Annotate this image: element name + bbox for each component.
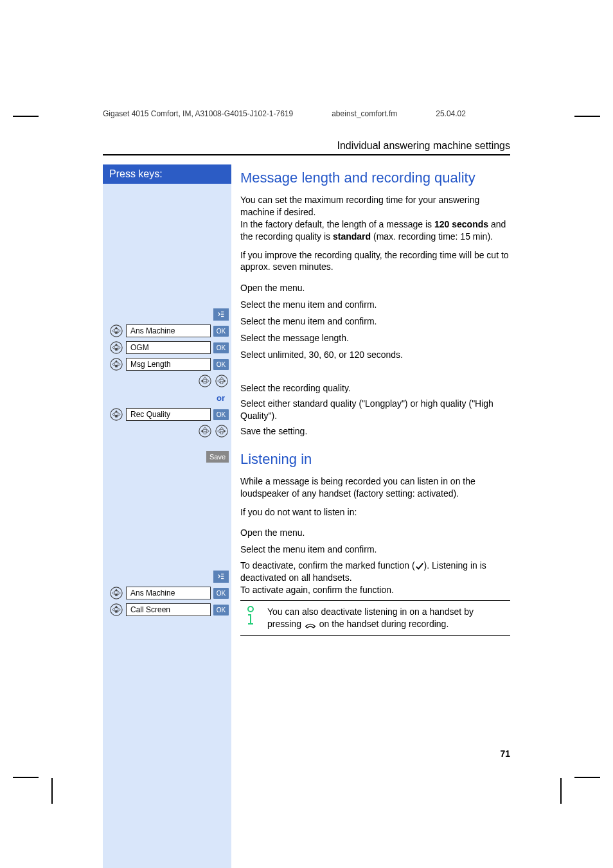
step-ans-machine-2: Ans Machine OK — [103, 585, 231, 601]
svg-rect-14 — [115, 415, 118, 418]
nav-right-icon — [215, 424, 229, 438]
text: You can set the maximum recording time f… — [240, 195, 479, 217]
step-desc: Select the recording quality. — [240, 380, 510, 396]
step-open-menu — [103, 306, 231, 323]
ok-button: OK — [213, 588, 229, 599]
step-open-menu-2 — [103, 568, 231, 585]
section-title: Individual answering machine settings — [103, 140, 510, 155]
step-desc: To deactivate, confirm the marked functi… — [240, 558, 510, 597]
ok-button: OK — [213, 342, 229, 353]
ok-button: OK — [213, 409, 229, 420]
or-label: or — [217, 393, 225, 403]
press-keys-header: Press keys: — [103, 164, 231, 184]
step-msg-length: Msg Length OK — [103, 356, 231, 373]
step-desc: Select the menu item and confirm. — [240, 296, 510, 313]
step-desc: Open the menu. — [240, 525, 510, 542]
section-heading: Message length and recording quality — [240, 170, 510, 186]
step-desc: Save the setting. — [240, 423, 510, 439]
nav-icon — [109, 341, 123, 355]
svg-rect-6 — [115, 348, 118, 351]
crop-mark — [574, 116, 600, 117]
text: (max. recording time: 15 min). — [371, 231, 493, 242]
header-line: Gigaset 4015 Comfort, IM, A31008-G4015-J… — [64, 109, 549, 118]
menu-label: OGM — [126, 341, 211, 354]
step-call-screen: Call Screen OK — [103, 601, 231, 618]
step-ogm: OGM OK — [103, 339, 231, 356]
svg-point-26 — [248, 607, 253, 612]
crop-mark — [13, 116, 39, 117]
step-desc: Select the message length. — [240, 330, 510, 346]
svg-rect-23 — [115, 594, 118, 596]
svg-rect-8 — [115, 365, 118, 368]
step-desc: Select unlimited, 30, 60, or 120 seconds… — [240, 346, 510, 363]
section-title-row: Individual answering machine settings — [64, 140, 549, 155]
svg-rect-4 — [115, 332, 118, 334]
svg-rect-25 — [115, 610, 118, 613]
nav-left-icon — [198, 374, 212, 388]
text: To activate again, confirm the function. — [240, 585, 394, 595]
nav-right-icon — [215, 374, 229, 388]
nav-icon — [109, 603, 123, 617]
text: To deactivate, confirm the marked functi… — [240, 560, 415, 571]
svg-rect-10 — [204, 382, 206, 384]
menu-label: Ans Machine — [126, 587, 211, 599]
step-or: or — [103, 389, 231, 406]
menu-label: Rec Quality — [126, 408, 211, 421]
left-column: Press keys: Ans Machine OK OGM OK M — [103, 164, 231, 868]
menu-label: Call Screen — [126, 603, 211, 616]
step-ans-machine: Ans Machine OK — [103, 323, 231, 339]
step-desc — [240, 363, 510, 380]
menu-label: Ans Machine — [126, 324, 211, 337]
menu-icon — [213, 308, 229, 321]
nav-icon — [109, 586, 123, 600]
hangup-icon — [304, 621, 317, 630]
svg-rect-18 — [220, 432, 223, 434]
crop-mark — [51, 778, 53, 804]
paragraph: If you do not want to listen in: — [240, 506, 510, 518]
section-heading: Listening in — [240, 451, 510, 468]
step-desc: Open the menu. — [240, 279, 510, 296]
paragraph: You can set the maximum recording time f… — [240, 194, 510, 243]
step-rec-quality: Rec Quality OK — [103, 406, 231, 423]
step-desc: Select the menu item and confirm. — [240, 542, 510, 558]
info-box: You can also deactivate listening in on … — [240, 600, 510, 636]
nav-left-icon — [198, 424, 212, 438]
nav-icon — [109, 357, 123, 371]
page-number: 71 — [500, 748, 510, 759]
nav-icon — [109, 324, 123, 338]
crop-mark — [560, 778, 562, 804]
text: on the handset during recording. — [317, 619, 449, 629]
step-save: Save — [103, 448, 231, 465]
info-text: You can also deactivate listening in on … — [267, 606, 508, 630]
menu-label: Msg Length — [126, 358, 211, 371]
ok-button: OK — [213, 605, 229, 616]
step-desc: Select either standard quality ("Longpla… — [240, 396, 510, 423]
page: Gigaset 4015 Comfort, IM, A31008-G4015-J… — [0, 0, 613, 868]
doc-id: Gigaset 4015 Comfort, IM, A31008-G4015-J… — [103, 109, 293, 118]
file-name: abeinst_comfort.fm — [332, 109, 397, 118]
ok-button: OK — [213, 359, 229, 370]
right-column: Message length and recording quality You… — [231, 164, 510, 868]
step-lr-arrows-2 — [103, 423, 231, 439]
crop-mark — [13, 777, 39, 778]
content: Press keys: Ans Machine OK OGM OK M — [64, 164, 549, 868]
paragraph: If you improve the recording quality, th… — [240, 249, 510, 274]
text: In the factory default, the length of a … — [240, 219, 434, 229]
bold-text: 120 seconds — [434, 219, 488, 229]
file-date: 25.04.02 — [436, 109, 466, 118]
step-lr-arrows — [103, 373, 231, 389]
nav-icon — [109, 407, 123, 421]
check-icon — [415, 562, 424, 571]
menu-icon — [213, 571, 229, 583]
save-button: Save — [206, 451, 229, 463]
crop-mark — [574, 777, 600, 778]
bold-text: standard — [333, 231, 371, 242]
info-icon — [243, 606, 258, 625]
svg-rect-16 — [204, 432, 206, 434]
step-desc: Select the menu item and confirm. — [240, 313, 510, 330]
svg-rect-12 — [220, 382, 223, 384]
paragraph: While a message is being recorded you ca… — [240, 475, 510, 500]
ok-button: OK — [213, 326, 229, 337]
